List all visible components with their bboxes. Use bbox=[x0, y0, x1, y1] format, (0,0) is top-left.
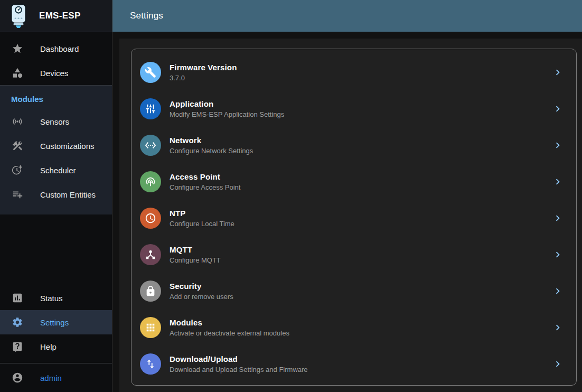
sidebar-item-devices[interactable]: Devices bbox=[0, 61, 112, 85]
boiler-logo-icon bbox=[8, 3, 29, 29]
settings-row-security[interactable]: Security Add or remove users bbox=[132, 273, 576, 309]
sidebar-item-label: Dashboard bbox=[40, 44, 79, 53]
chevron-right-icon bbox=[552, 103, 564, 115]
playlist-add-icon bbox=[12, 188, 24, 201]
sidebar: EMS-ESP Dashboard Devices Modules bbox=[0, 0, 112, 392]
row-text: Application Modify EMS-ESP Application S… bbox=[170, 99, 552, 118]
main-area: Firmware Version 3.7.0 Application Modif… bbox=[112, 32, 582, 392]
sidebar-item-settings[interactable]: Settings bbox=[0, 310, 112, 334]
sidebar-item-custom-entities[interactable]: Custom Entities bbox=[0, 182, 112, 207]
lock-icon bbox=[140, 281, 161, 302]
row-subtitle: Configure Access Point bbox=[170, 183, 552, 191]
modules-section: Modules Sensors Customizations Scheduler bbox=[0, 85, 112, 214]
construction-icon bbox=[12, 139, 24, 152]
page-title: Settings bbox=[130, 11, 163, 21]
wrench-icon bbox=[140, 62, 161, 83]
chevron-right-icon bbox=[552, 139, 564, 151]
row-subtitle: 3.7.0 bbox=[170, 74, 552, 82]
row-title: Application bbox=[170, 99, 552, 108]
row-text: Modules Activate or deactivate external … bbox=[170, 318, 552, 337]
settings-row-download-upload[interactable]: Download/Upload Download and Upload Sett… bbox=[132, 346, 576, 382]
row-subtitle: Download and Upload Settings and Firmwar… bbox=[170, 366, 552, 374]
content-surface: Firmware Version 3.7.0 Application Modif… bbox=[119, 39, 582, 392]
row-subtitle: Activate or deactivate external modules bbox=[170, 329, 552, 337]
chevron-right-icon bbox=[552, 322, 564, 333]
sidebar-item-label: Sensors bbox=[40, 117, 69, 126]
sidebar-item-sensors[interactable]: Sensors bbox=[0, 109, 112, 134]
sidebar-item-customizations[interactable]: Customizations bbox=[0, 134, 112, 158]
row-title: Modules bbox=[170, 318, 552, 327]
modules-section-header: Modules bbox=[0, 93, 112, 106]
settings-row-ntp[interactable]: NTP Configure Local Time bbox=[132, 200, 576, 236]
tune-icon bbox=[140, 98, 161, 119]
row-subtitle: Configure Local Time bbox=[170, 220, 552, 228]
row-title: Download/Upload bbox=[170, 354, 552, 363]
chevron-right-icon bbox=[552, 176, 564, 188]
sidebar-user[interactable]: admin bbox=[0, 363, 112, 392]
clock-icon bbox=[140, 208, 161, 229]
appbar: Settings bbox=[112, 0, 582, 32]
settings-row-application[interactable]: Application Modify EMS-ESP Application S… bbox=[132, 90, 576, 127]
row-subtitle: Configure Network Settings bbox=[170, 147, 552, 155]
import-export-icon bbox=[140, 353, 161, 375]
wifi-tethering-icon bbox=[140, 171, 161, 192]
chevron-right-icon bbox=[552, 358, 564, 370]
sidebar-item-help[interactable]: Help bbox=[0, 334, 112, 359]
app-title: EMS-ESP bbox=[39, 11, 81, 21]
row-text: Access Point Configure Access Point bbox=[170, 172, 552, 191]
sensors-icon bbox=[12, 115, 24, 128]
sidebar-item-label: Status bbox=[40, 294, 63, 303]
ethernet-icon bbox=[140, 135, 161, 156]
row-title: Network bbox=[170, 136, 552, 145]
sidebar-item-dashboard[interactable]: Dashboard bbox=[0, 36, 112, 61]
row-subtitle: Add or remove users bbox=[170, 293, 552, 301]
sidebar-item-status[interactable]: Status bbox=[0, 286, 112, 310]
sidebar-item-label: Custom Entities bbox=[40, 190, 96, 199]
settings-row-mqtt[interactable]: MQTT Configure MQTT bbox=[132, 236, 576, 273]
app-root: EMS-ESP Dashboard Devices Modules bbox=[0, 0, 582, 392]
help-icon bbox=[12, 340, 24, 353]
row-text: NTP Configure Local Time bbox=[170, 209, 552, 228]
star-icon bbox=[12, 42, 24, 55]
row-text: Firmware Version 3.7.0 bbox=[170, 63, 552, 82]
category-icon bbox=[12, 67, 24, 79]
chevron-right-icon bbox=[552, 285, 564, 297]
settings-card: Firmware Version 3.7.0 Application Modif… bbox=[131, 49, 577, 386]
sidebar-item-label: Settings bbox=[40, 318, 69, 327]
chevron-right-icon bbox=[552, 249, 564, 260]
sidebar-item-label: Scheduler bbox=[40, 166, 76, 175]
chevron-right-icon bbox=[552, 212, 564, 224]
row-subtitle: Modify EMS-ESP Application Settings bbox=[170, 110, 552, 118]
row-subtitle: Configure MQTT bbox=[170, 256, 552, 264]
more-time-icon bbox=[12, 164, 24, 176]
row-text: Download/Upload Download and Upload Sett… bbox=[170, 354, 552, 374]
sidebar-item-label: Help bbox=[40, 342, 57, 351]
row-text: MQTT Configure MQTT bbox=[170, 245, 552, 264]
device-hub-icon bbox=[140, 244, 161, 265]
apps-grid-icon bbox=[140, 317, 161, 338]
settings-row-access-point[interactable]: Access Point Configure Access Point bbox=[132, 163, 576, 200]
sidebar-spacer bbox=[0, 214, 112, 286]
sidebar-user-label: admin bbox=[40, 374, 62, 382]
row-title: Access Point bbox=[170, 172, 552, 181]
sidebar-item-label: Devices bbox=[40, 69, 68, 78]
chevron-right-icon bbox=[552, 67, 564, 78]
settings-row-network[interactable]: Network Configure Network Settings bbox=[132, 127, 576, 163]
app-logo-header: EMS-ESP bbox=[0, 0, 112, 32]
sidebar-top-nav: Dashboard Devices bbox=[0, 32, 112, 85]
sidebar-item-label: Customizations bbox=[40, 142, 95, 151]
account-circle-icon bbox=[12, 371, 24, 384]
row-title: NTP bbox=[170, 209, 552, 218]
analytics-icon bbox=[12, 292, 24, 304]
gear-icon bbox=[12, 316, 24, 329]
row-title: Security bbox=[170, 282, 552, 291]
row-title: MQTT bbox=[170, 245, 552, 254]
row-title: Firmware Version bbox=[170, 63, 552, 72]
settings-row-modules[interactable]: Modules Activate or deactivate external … bbox=[132, 309, 576, 346]
settings-row-firmware-version[interactable]: Firmware Version 3.7.0 bbox=[132, 54, 576, 90]
row-text: Security Add or remove users bbox=[170, 282, 552, 301]
sidebar-item-scheduler[interactable]: Scheduler bbox=[0, 158, 112, 182]
row-text: Network Configure Network Settings bbox=[170, 136, 552, 155]
